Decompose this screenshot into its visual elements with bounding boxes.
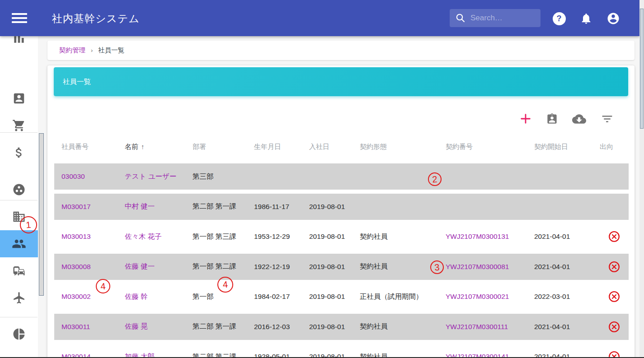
breadcrumb-link-contracts[interactable]: 契約管理	[59, 46, 85, 55]
sidebar-item-billing[interactable]	[0, 141, 38, 164]
filter-button[interactable]	[598, 110, 616, 128]
cloud-download-icon	[572, 112, 586, 126]
employee-name-link[interactable]: テスト ユーザー	[125, 172, 177, 180]
birthdate-cell: 1953-12-29	[247, 232, 302, 241]
department-cell: 第二部 第一課	[185, 322, 247, 331]
column-header-emp-no[interactable]: 社員番号	[54, 143, 118, 151]
table-row: M030008 佐藤 健一 第一部 第二課 1922-12-19 2019-08…	[54, 254, 629, 280]
contract-number-link[interactable]: YWJ2107M0300131	[446, 232, 509, 240]
sidebar-item-employees[interactable]	[0, 230, 38, 257]
sidebar-item-travel[interactable]	[0, 286, 38, 310]
department-cell: 第一部 第三課	[185, 232, 247, 242]
app-bar: 社内基幹システム ?	[0, 0, 639, 36]
employee-list-card: 社員一覧 社員番号 名前↑ 部署 生年月日 入社日 契約形態 契約番号 契約開始…	[47, 65, 635, 358]
search-box[interactable]	[450, 9, 541, 27]
employee-name-link[interactable]: 佐藤 晃	[125, 322, 148, 330]
sidebar-scrollbar[interactable]	[39, 133, 44, 296]
sidebar-nav	[0, 36, 38, 358]
page-scrollbar-thumb[interactable]	[640, 9, 644, 129]
contract-type-cell: 契約社員	[353, 322, 438, 331]
join-date-cell: 2019-08-01	[302, 232, 353, 241]
people-icon	[12, 237, 26, 251]
column-header-join[interactable]: 入社日	[302, 143, 353, 151]
no-secondment-icon[interactable]	[608, 231, 620, 242]
column-header-dept[interactable]: 部署	[185, 143, 247, 151]
employee-name-link[interactable]: 佐藤 幹	[125, 293, 148, 300]
sidebar-divider	[0, 132, 38, 133]
filter-list-icon	[601, 112, 614, 126]
flight-icon	[12, 291, 26, 305]
birthdate-cell: 1922-12-19	[247, 263, 302, 271]
join-date-cell: 2019-08-01	[302, 323, 353, 331]
employee-name-link[interactable]: 佐藤 健一	[125, 262, 155, 270]
department-cell: 第一部	[185, 292, 247, 302]
join-date-cell: 2019-08-01	[302, 203, 353, 211]
table-row: M030002 佐藤 幹 第一部 1984-02-17 2019-08-01 正…	[54, 284, 629, 310]
table-row: 030030 テスト ユーザー 第三部	[54, 163, 629, 190]
employee-number-link[interactable]: M030008	[61, 263, 91, 270]
sidebar-divider	[0, 317, 38, 317]
column-header-contract-start[interactable]: 契約開始日	[527, 143, 600, 151]
sidebar-item-commute[interactable]	[0, 259, 38, 283]
contract-start-cell: 2021-04-01	[527, 323, 600, 331]
table-row: M030014 加藤 太郎 第二部 第二課 1928-05-01 2019-08…	[54, 344, 629, 358]
assignment-ind-icon	[546, 113, 558, 125]
table-row: M030017 中村 健一 第二部 第一課 1986-11-17 2019-08…	[54, 194, 629, 220]
column-header-secondment[interactable]: 出向	[600, 143, 629, 151]
commute-icon	[12, 264, 26, 278]
sidebar-item-purchasing[interactable]	[0, 114, 38, 137]
employee-name-link[interactable]: 佐々木 花子	[125, 232, 162, 240]
contract-number-link[interactable]: YWJ2107M0300081	[446, 263, 509, 270]
column-header-contract-no[interactable]: 契約番号	[438, 143, 527, 151]
no-secondment-icon[interactable]	[608, 321, 620, 333]
employee-number-link[interactable]: 030030	[61, 172, 85, 180]
breadcrumb: 契約管理 › 社員一覧	[47, 41, 635, 60]
sidebar-item-analytics[interactable]	[0, 322, 38, 346]
employee-number-link[interactable]: M030013	[61, 232, 91, 240]
add-icon	[519, 112, 532, 125]
employee-name-link[interactable]: 中村 健一	[125, 202, 155, 210]
page-scrollbar[interactable]	[639, 0, 644, 358]
sidebar-item-contacts[interactable]	[0, 87, 38, 110]
department-cell: 第一部 第二課	[185, 262, 247, 271]
account-button[interactable]	[606, 11, 620, 26]
sort-ascending-icon[interactable]: ↑	[141, 143, 145, 150]
table-header-row: 社員番号 名前↑ 部署 生年月日 入社日 契約形態 契約番号 契約開始日 出向	[54, 135, 629, 158]
sidebar-item-media[interactable]	[0, 178, 38, 201]
notifications-button[interactable]	[579, 11, 593, 26]
employee-number-link[interactable]: M030011	[61, 323, 90, 330]
media-reel-icon	[12, 183, 26, 196]
table-row: M030011 佐藤 晃 第二部 第一課 2016-12-03 2019-08-…	[54, 314, 629, 340]
column-header-contract-type[interactable]: 契約形態	[353, 143, 438, 151]
contract-number-link[interactable]: YWJ2107M0300111	[446, 323, 508, 330]
contract-number-link[interactable]: YWJ2107M0300021	[446, 293, 509, 300]
column-header-birth[interactable]: 生年月日	[247, 143, 302, 151]
bell-icon	[580, 12, 592, 25]
employee-number-link[interactable]: M030002	[61, 293, 91, 300]
download-button[interactable]	[570, 110, 588, 128]
hamburger-menu-icon[interactable]	[12, 11, 28, 25]
panel-title: 社員一覧	[63, 77, 91, 87]
department-cell: 第二部 第一課	[185, 202, 247, 211]
contract-start-cell: 2021-04-01	[527, 232, 600, 241]
money-icon	[12, 146, 26, 159]
search-icon	[455, 13, 466, 23]
breadcrumb-current-page: 社員一覧	[98, 46, 124, 55]
assign-employee-button[interactable]	[543, 110, 561, 128]
birthdate-cell: 1986-11-17	[247, 203, 302, 211]
contract-type-cell: 正社員（試用期間）	[353, 292, 438, 302]
pie-chart-icon	[12, 327, 26, 341]
contract-type-cell: 契約社員	[353, 262, 438, 271]
add-button[interactable]	[517, 110, 535, 128]
contract-start-cell: 2021-04-01	[527, 263, 600, 271]
sidebar-item-reports[interactable]	[0, 36, 38, 50]
help-button[interactable]: ?	[552, 11, 566, 26]
column-header-name[interactable]: 名前↑	[118, 143, 185, 151]
search-input[interactable]	[470, 14, 534, 23]
employee-number-link[interactable]: M030017	[61, 203, 91, 210]
department-cell: 第三部	[185, 172, 247, 181]
contract-type-cell: 契約社員	[353, 232, 438, 242]
no-secondment-icon[interactable]	[608, 261, 620, 273]
no-secondment-icon[interactable]	[608, 291, 620, 302]
account-circle-icon	[606, 12, 620, 25]
